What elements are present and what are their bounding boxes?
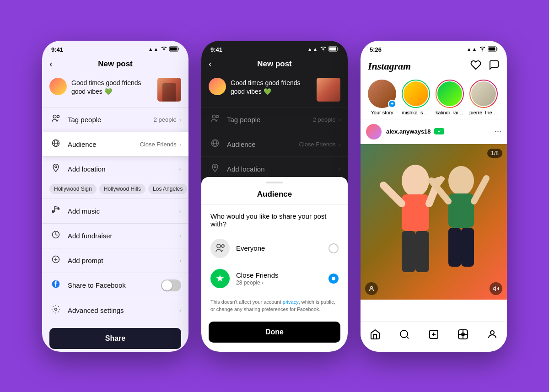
phone2-close-friends-radio[interactable] [328,274,339,284]
svg-point-50 [490,331,494,334]
phone3-nav-reels[interactable] [455,326,471,343]
phone1-share-button[interactable]: Share [49,328,181,349]
phone3-status-icons: ▲▲ [466,46,498,53]
phone1-tag-people-value: 2 people [154,116,177,123]
phone3-kalindi-label: kalindi_rainb... [436,110,464,115]
phone2-wifi-icon [320,46,327,53]
svg-point-41 [400,330,408,338]
phone1-location-tags: Hollywood Sign Hollywood Hills Los Angel… [42,181,188,199]
phone2-close-friends-icon: ★ [210,269,230,288]
svg-point-21 [214,166,216,167]
phone2-tag-people-label: Tag people [227,116,313,124]
phone-3: 5:26 ▲▲ Instagram [361,41,507,352]
svg-rect-32 [415,231,429,272]
phone3-post-counter: 1/8 [487,149,502,158]
phone1-advanced-settings-label: Advanced settings [68,306,179,314]
phone2-audience-close-friends[interactable]: ★ Close Friends 28 people › [201,263,348,294]
phone3-heart-icon[interactable] [470,59,481,73]
phone1-wifi-icon [161,46,167,53]
phone3-feed-more-button[interactable]: ··· [495,127,501,136]
phone3-story-pierre[interactable]: pierre_thecor [469,80,498,115]
phone2-location-chevron: › [339,166,340,172]
phone1-add-music-label: Add music [68,207,179,215]
phone2-status-bar: 9:41 ▲▲ [201,41,348,56]
phone1-share-facebook-item[interactable]: Share to Facebook [42,273,188,298]
phone-1: 9:41 ▲▲ ‹ New post Good times good frien… [42,41,188,352]
phone1-post-preview: Good times good friends good vibes 💚 [42,72,188,107]
phone2-done-button[interactable]: Done [209,322,340,343]
svg-rect-31 [402,231,415,272]
phone2-modal-note: This doesn't affect your account privacy… [201,294,348,318]
phone1-facebook-toggle[interactable] [161,279,181,291]
phone3-header-icons [470,59,500,73]
phone3-your-story-avatar-wrap: + [368,80,396,108]
phone2-audience-chevron: › [339,141,340,148]
phone2-top-nav: ‹ New post [201,56,348,72]
phone2-post-preview: Good times good friends good vibes 💚 [201,72,348,107]
phone3-nav-profile[interactable] [484,326,501,343]
phone1-status-icons: ▲▲ [148,46,179,53]
phone2-modal-subtitle: Who would you like to share your post wi… [201,205,348,233]
phone3-kalindi-avatar [436,81,463,107]
phone2-audience-item[interactable]: Audience Close Friends › [201,132,348,156]
svg-point-22 [217,244,221,248]
phone2-tag-people-value: 2 people [313,116,336,123]
phone3-nav-create[interactable] [425,326,442,343]
phone2-user-avatar [209,78,226,95]
phone1-loc-tag-1: Hollywood Sign [49,184,97,194]
phone2-close-friends-name: Close Friends [236,271,322,279]
phone1-advanced-settings-item[interactable]: Advanced settings › [42,298,188,322]
svg-point-33 [448,166,474,195]
phone1-time: 9:41 [51,46,63,53]
phone3-pierre-ring [469,80,498,108]
phone1-location-icon [49,163,62,175]
phone1-tag-people-item[interactable]: Tag people 2 people › [42,107,188,132]
phone3-pierre-avatar [470,81,497,107]
phone1-add-location-item[interactable]: Add location › [42,156,188,181]
phone3-signal-icon: ▲▲ [466,46,477,53]
phone1-tag-people-chevron: › [179,116,181,123]
phone3-your-story[interactable]: + Your story [368,80,396,115]
phone3-battery-icon [488,46,498,53]
svg-point-17 [212,115,215,118]
phone1-audience-icon [49,139,62,150]
phone2-tag-people-icon [209,114,221,125]
phone3-add-story-button[interactable]: + [388,100,396,108]
phone3-story-kalindi[interactable]: kalindi_rainb... [436,80,464,115]
phone2-tag-people-item[interactable]: Tag people 2 people › [201,107,348,132]
phone3-feed-image-svg [361,144,507,300]
phone3-feed-post: alex.anyways18 ··· [361,119,507,300]
svg-point-27 [402,165,429,197]
phone-2: 9:41 ▲▲ ‹ New post Good times good frien… [201,41,348,352]
phone1-back-button[interactable]: ‹ [49,59,53,69]
phone3-nav-home[interactable] [367,326,383,343]
phone1-add-music-item[interactable]: Add music › [42,199,188,223]
phone1-add-fundraiser-item[interactable]: Add fundraiser › [42,223,188,248]
phone1-audience-item[interactable]: Audience Close Friends › [42,132,188,156]
phone2-everyone-radio[interactable] [328,243,339,253]
phone2-post-thumbnail [317,78,340,102]
phone3-story-mishka[interactable]: mishka_songs [402,80,430,115]
phone2-privacy-link[interactable]: privacy [283,299,299,305]
phone1-user-avatar [49,78,67,95]
svg-point-18 [216,115,219,118]
svg-point-14 [55,308,57,310]
phone2-post-caption: Good times good friends good vibes 💚 [231,78,312,97]
phone1-add-location-label: Add location [68,165,179,173]
phone3-kalindi-ring [436,80,464,108]
phone1-location-chevron: › [179,166,181,172]
phone3-volume-icon[interactable] [490,282,502,295]
phone3-nav-search[interactable] [396,326,413,343]
phone2-status-icons: ▲▲ [307,46,339,53]
phone3-feed-post-header: alex.anyways18 ··· [361,119,507,144]
phone2-audience-everyone[interactable]: Everyone [201,233,348,263]
phone1-prompt-chevron: › [179,257,181,264]
phone2-back-button[interactable]: ‹ [209,59,212,69]
phone3-verified-badge [434,128,444,134]
phone3-stories-row: + Your story mishka_songs kalindi_rainb.… [361,76,507,119]
phone2-tag-chevron: › [339,116,340,123]
phone3-messenger-icon[interactable] [489,59,500,73]
svg-marker-40 [493,286,495,290]
phone1-add-prompt-item[interactable]: Add prompt › [42,248,188,273]
phone1-music-icon [49,205,62,217]
